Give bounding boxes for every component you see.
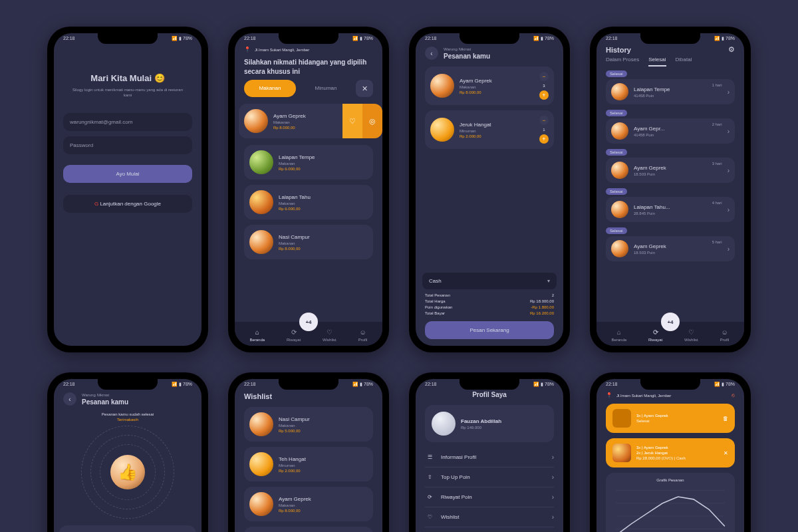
- profile-title: Profil Saya: [416, 391, 563, 398]
- done-message: Pesanan kamu sudah selesai: [54, 412, 201, 416]
- wishlist-item[interactable]: Teh HangatMinumanRp 2.000,00: [244, 447, 373, 481]
- tab-in-process[interactable]: Dalam Proses: [606, 57, 639, 66]
- wishlist-item[interactable]: Ayam GeprekMakananRp 8.000,00: [244, 487, 373, 521]
- menu-headline: Silahkan nikmati hidangan yang dipilih s…: [235, 58, 382, 76]
- profile-row[interactable]: ⟳Riwayat Poin›: [425, 487, 554, 507]
- filter-icon[interactable]: ⚙: [728, 45, 735, 54]
- history-tabs: Dalam Proses Selesai Dibatal: [597, 54, 744, 70]
- location-label: Jl.Imam Sukari Mangli, Jember: [255, 48, 309, 52]
- phone-menu: 22:18📶 ▮ 78% 📍 Jl.Imam Sukari Mangli, Je…: [228, 27, 389, 352]
- bottom-nav: +4 ⌂Beranda ⟳Riwayat ♡Wishlist ☺Profil: [235, 322, 382, 346]
- tab-cancelled[interactable]: Dibatal: [676, 57, 692, 66]
- success-illustration: 👍: [81, 426, 174, 519]
- qty-plus-button[interactable]: +: [539, 134, 549, 144]
- back-button[interactable]: ‹: [425, 47, 438, 60]
- qty-minus-button[interactable]: −: [539, 116, 549, 125]
- cart-bubble[interactable]: +4: [661, 313, 680, 331]
- password-field[interactable]: Password: [63, 136, 192, 154]
- wishlist-item[interactable]: Nasi CampurMakananRp 5.000,00: [244, 407, 373, 442]
- wishlist-item[interactable]: Jeruk HangatMinumanRp 2.000,00: [244, 527, 373, 532]
- cart-item: Ayam GeprekMakananRp 8.000,00 − 3 +: [425, 66, 554, 105]
- login-subtitle: Silogy login untuk menikmati menu-menu y…: [63, 87, 192, 98]
- profile-header: Fauzan AbdillahRp 149.000: [425, 405, 554, 442]
- phone-order-done: 22:18📶 ▮ 78% ‹ Warung NikmatPesanan kamu…: [47, 372, 208, 532]
- profile-row[interactable]: 🔒Ubah Password›: [425, 527, 554, 532]
- trash-icon[interactable]: 🗑: [723, 416, 728, 422]
- orders-chart: Grafik Pesanan: [606, 473, 735, 532]
- chevron-down-icon: ▾: [547, 278, 550, 284]
- filter-icon[interactable]: ✕: [356, 80, 373, 97]
- chevron-right-icon: ›: [728, 245, 730, 253]
- payment-select[interactable]: Cash▾: [422, 273, 557, 289]
- google-login-button[interactable]: G Lanjutkan dengan Google: [63, 195, 192, 213]
- cart-bubble[interactable]: +4: [299, 313, 318, 331]
- chevron-right-icon: ›: [728, 167, 730, 174]
- location-icon: 📍: [606, 392, 612, 398]
- nav-profile[interactable]: ☺Profil: [358, 327, 368, 342]
- chevron-right-icon: ›: [552, 454, 554, 461]
- chevron-right-icon: ›: [552, 473, 554, 481]
- qty-value: 1: [543, 128, 545, 132]
- chevron-right-icon: ›: [728, 128, 730, 135]
- history-item[interactable]: Ayam Gepr...41458 Poin 2 hari ›: [606, 118, 735, 144]
- phone-wishlist: 22:18📶 ▮ 78% Wishlist Nasi CampurMakanan…: [228, 372, 389, 532]
- cart-title: Pesanan kamu: [444, 53, 554, 60]
- qty-minus-button[interactable]: −: [539, 72, 549, 81]
- history-item[interactable]: Lalapan Tahu...28.845 Poin 4 hari ›: [606, 197, 735, 222]
- history-item[interactable]: Ayam Geprek18.503 Poin 3 hari ›: [606, 158, 735, 183]
- back-button[interactable]: ‹: [63, 392, 76, 406]
- tab-food[interactable]: Makanan: [244, 80, 296, 97]
- tab-done[interactable]: Selesai: [648, 57, 666, 66]
- phone-history: 22:18📶 ▮ 78% History ⚙ Dalam Proses Sele…: [590, 27, 751, 352]
- login-title: Mari Kita Mulai 😊: [63, 73, 192, 83]
- phone-login: 22:18📶 ▮ 78% Mari Kita Mulai 😊 Silogy lo…: [47, 27, 208, 352]
- email-field[interactable]: warungnikmat@gmail.com: [63, 113, 192, 131]
- nav-wishlist[interactable]: ♡Wishlist: [323, 327, 336, 342]
- heart-icon: ♡: [342, 104, 362, 138]
- history-item[interactable]: Ayam Geprek18.503 Poin 5 hari ›: [606, 236, 735, 261]
- bottom-nav: +4 ⌂Beranda ⟳Riwayat ♡Wishlist ☺Profil: [597, 322, 744, 346]
- phone-profile: 22:18📶 ▮ 78% Profil Saya Fauzan Abdillah…: [409, 372, 570, 532]
- menu-item-swiped[interactable]: Ayam GeprekMakananRp 8.000,00 ♡◎: [239, 104, 382, 138]
- thumbs-up-icon: 👍: [110, 455, 145, 489]
- profile-row[interactable]: ⇧Top Up Poin›: [425, 467, 554, 487]
- menu-item[interactable]: Lalapan TempeMakananRp 6.000,00: [244, 145, 373, 180]
- profile-row[interactable]: ☰Informasi Profil›: [425, 448, 554, 467]
- thanks-label: Terimakasih: [54, 418, 201, 422]
- menu-item[interactable]: Lalapan TahuMakananRp 6.000,00: [244, 185, 373, 219]
- chevron-right-icon: ›: [728, 206, 730, 213]
- alert-card[interactable]: 3x | Ayam GeprekSelesai 🗑: [606, 404, 735, 433]
- chevron-right-icon: ›: [552, 513, 554, 521]
- history-title: History: [606, 46, 631, 54]
- profile-row[interactable]: ♡Wishlist›: [425, 507, 554, 527]
- location-icon: 📍: [244, 47, 251, 53]
- qty-plus-button[interactable]: +: [539, 90, 549, 100]
- history-item[interactable]: Lalapan Tempe41458 Poin 1 hari ›: [606, 79, 735, 104]
- alert-card[interactable]: 3x | Ayam Geprek2x | Jeruk HangatRp 28.0…: [606, 438, 735, 467]
- phone-dashboard: 22:18📶 ▮ 78% 📍 Jl.Imam Sukari Mangli, Je…: [590, 372, 751, 532]
- chevron-right-icon: ›: [552, 493, 554, 501]
- qty-value: 3: [543, 84, 545, 88]
- chevron-right-icon: ›: [728, 88, 730, 96]
- swipe-actions[interactable]: ♡◎: [342, 104, 382, 138]
- tab-drink[interactable]: Minuman: [300, 80, 352, 97]
- phone-cart: 22:18📶 ▮ 78% ‹ Warung NikmatPesanan kamu…: [409, 27, 570, 352]
- wishlist-title: Wishlist: [235, 392, 382, 400]
- menu-item[interactable]: Nasi CampurMakananRp 8.000,00: [244, 225, 373, 259]
- start-button[interactable]: Ayo Mulai: [63, 165, 192, 183]
- nav-home[interactable]: ⌂Beranda: [249, 327, 265, 342]
- order-now-button[interactable]: Pesan Sekarang: [425, 321, 554, 339]
- logout-icon[interactable]: ⎋: [732, 392, 735, 398]
- cart-item: Jeruk HangatMinumanRp 2.000,00 − 1 +: [425, 110, 554, 149]
- close-icon[interactable]: ✕: [724, 450, 728, 456]
- target-icon: ◎: [362, 104, 382, 138]
- nav-history[interactable]: ⟳Riwayat: [287, 327, 301, 342]
